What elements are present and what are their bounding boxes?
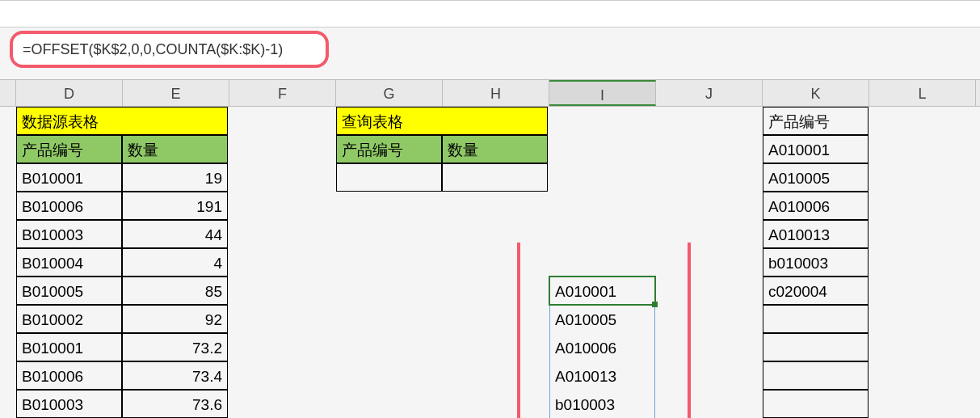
col-header-E[interactable]: E bbox=[123, 80, 229, 106]
table-cell[interactable]: 19 bbox=[122, 163, 228, 192]
k-cell[interactable]: c020004 bbox=[763, 277, 869, 305]
table-cell[interactable]: B010004 bbox=[16, 248, 122, 277]
table-cell[interactable]: 73.4 bbox=[122, 361, 228, 390]
window-top-bar bbox=[0, 0, 980, 27]
formula-bar-highlight: =OFFSET($K$2,0,0,COUNTA($K:$K)-1) bbox=[10, 31, 329, 68]
query-header-code[interactable]: 产品编号 bbox=[336, 135, 442, 163]
table-cell[interactable]: B010001 bbox=[16, 163, 122, 192]
formula-bar-content[interactable]: =OFFSET($K$2,0,0,COUNTA($K:$K)-1) bbox=[23, 41, 283, 58]
table-cell[interactable]: 85 bbox=[122, 277, 228, 305]
k-cell[interactable]: A010001 bbox=[763, 135, 869, 163]
table-cell[interactable]: B010005 bbox=[16, 277, 122, 305]
query-table-title[interactable]: 查询表格 bbox=[336, 107, 548, 135]
source-header-code[interactable]: 产品编号 bbox=[16, 135, 122, 163]
col-header-I[interactable]: I bbox=[549, 80, 656, 106]
spill-cell[interactable]: A010001 bbox=[549, 277, 655, 305]
table-cell[interactable]: B010001 bbox=[16, 333, 122, 361]
k-cell[interactable]: b010003 bbox=[763, 248, 869, 277]
spill-cell[interactable]: A010005 bbox=[549, 305, 655, 333]
source-header-qty[interactable]: 数量 bbox=[122, 135, 228, 163]
k-empty[interactable] bbox=[763, 305, 869, 333]
spill-cell[interactable]: A010006 bbox=[549, 333, 655, 361]
column-headers-row: D E F G H I J K L bbox=[0, 79, 980, 107]
table-cell[interactable]: 44 bbox=[122, 220, 228, 248]
query-empty-cell[interactable] bbox=[442, 163, 548, 192]
table-cell[interactable]: 73.6 bbox=[122, 390, 228, 418]
table-cell[interactable]: 73.2 bbox=[122, 333, 228, 361]
table-cell[interactable]: B010002 bbox=[16, 305, 122, 333]
col-header-F[interactable]: F bbox=[229, 80, 336, 106]
col-header-L[interactable]: L bbox=[869, 80, 976, 106]
query-empty-cell[interactable] bbox=[336, 163, 442, 192]
table-cell[interactable]: B010003 bbox=[16, 390, 122, 418]
spill-cell[interactable]: A010013 bbox=[549, 361, 655, 390]
col-header-G[interactable]: G bbox=[336, 80, 443, 106]
spill-cell[interactable]: b010003 bbox=[549, 390, 655, 418]
table-cell[interactable]: 92 bbox=[122, 305, 228, 333]
k-cell[interactable]: A010005 bbox=[763, 163, 869, 192]
table-cell[interactable]: B010003 bbox=[16, 220, 122, 248]
col-header-C[interactable] bbox=[0, 80, 16, 106]
table-cell[interactable]: B010006 bbox=[16, 361, 122, 390]
spreadsheet-area: D E F G H I J K L 数据源表格 产品编号 数量 B010001 … bbox=[0, 79, 980, 107]
k-header[interactable]: 产品编号 bbox=[763, 107, 869, 135]
table-cell[interactable]: B010006 bbox=[16, 192, 122, 220]
table-cell[interactable]: 191 bbox=[122, 192, 228, 220]
source-table-title[interactable]: 数据源表格 bbox=[16, 107, 228, 135]
k-empty[interactable] bbox=[763, 333, 869, 361]
col-header-D[interactable]: D bbox=[16, 80, 123, 106]
col-header-J[interactable]: J bbox=[656, 80, 763, 106]
k-cell[interactable]: A010006 bbox=[763, 192, 869, 220]
query-header-qty[interactable]: 数量 bbox=[442, 135, 548, 163]
k-empty[interactable] bbox=[763, 361, 869, 390]
col-header-H[interactable]: H bbox=[443, 80, 549, 106]
col-header-K[interactable]: K bbox=[763, 80, 869, 106]
k-empty[interactable] bbox=[763, 390, 869, 418]
table-cell[interactable]: 4 bbox=[122, 248, 228, 277]
k-cell[interactable]: A010013 bbox=[763, 220, 869, 248]
